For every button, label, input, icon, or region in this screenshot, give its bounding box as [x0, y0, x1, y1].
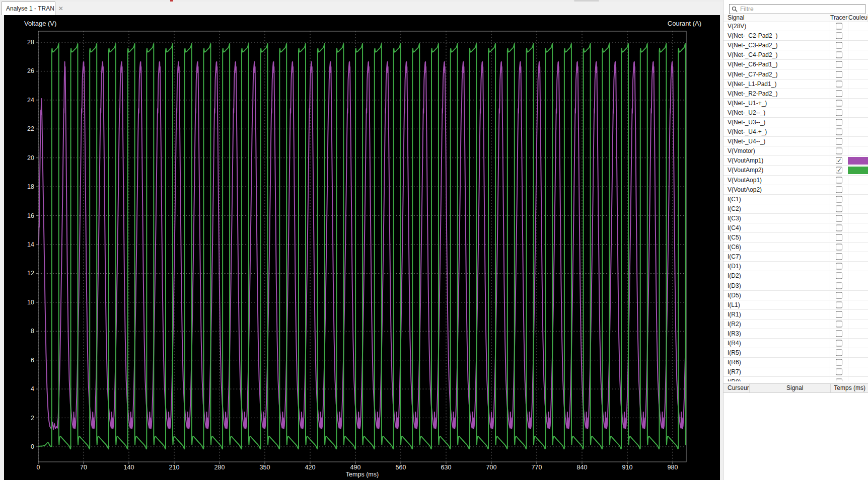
tracer-checkbox[interactable]: [836, 273, 842, 279]
signal-row[interactable]: I(R7): [724, 367, 868, 377]
signal-filter-input[interactable]: [740, 6, 863, 13]
signal-row[interactable]: V(Net-_U4-+_): [724, 127, 868, 137]
tracer-checkbox[interactable]: [836, 138, 842, 145]
tracer-checkbox[interactable]: [836, 129, 842, 135]
signal-row[interactable]: I(C3): [724, 214, 868, 223]
tracer-checkbox[interactable]: [836, 215, 842, 221]
signal-row[interactable]: V(Net-_C2-Pad2_): [724, 31, 868, 41]
cursor-col-curseur[interactable]: Curseur: [728, 384, 749, 392]
signal-row[interactable]: I(C2): [724, 204, 868, 214]
tracer-checkbox[interactable]: [836, 311, 842, 317]
tracer-checkbox[interactable]: [836, 244, 842, 251]
signal-row[interactable]: I(C1): [724, 195, 868, 204]
tracer-checkbox[interactable]: [836, 186, 842, 193]
signal-row[interactable]: V(Net-_C4-Pad2_): [724, 50, 868, 60]
tracer-checkbox[interactable]: [836, 205, 842, 212]
cursor-col-signal[interactable]: Signal: [786, 384, 803, 392]
tracer-checkbox[interactable]: [836, 52, 842, 58]
tracer-checkbox[interactable]: [836, 321, 842, 327]
y-tick-label: 18: [27, 183, 34, 190]
signal-row[interactable]: V(Net-_U4--_): [724, 137, 868, 146]
tracer-checkbox[interactable]: [836, 81, 842, 87]
tab-analyse1-tran[interactable]: Analyse 1 - TRAN ✕: [2, 2, 55, 15]
tracer-checkbox[interactable]: [836, 301, 842, 308]
tracer-checkbox[interactable]: [836, 331, 842, 337]
couleur-cell: [848, 262, 867, 271]
tracer-checkbox[interactable]: [836, 359, 842, 366]
waveform-plot-canvas[interactable]: 0701402102803504204905606307007708409109…: [4, 15, 720, 480]
tracer-checkbox[interactable]: [836, 263, 842, 270]
tracer-checkbox[interactable]: [836, 234, 842, 241]
signal-row[interactable]: V(Net-_U1-+_): [724, 99, 868, 108]
signal-row[interactable]: I(C5): [724, 233, 868, 243]
signal-row[interactable]: I(D1): [724, 262, 868, 271]
cursor-col-time[interactable]: Temps (ms): [834, 384, 865, 392]
signal-row[interactable]: I(D3): [724, 281, 868, 291]
tracer-checkbox[interactable]: ✓: [836, 167, 842, 174]
tracer-checkbox[interactable]: [836, 369, 842, 375]
tracer-checkbox[interactable]: [836, 71, 842, 77]
trace-color-swatch[interactable]: [848, 157, 868, 165]
tracer-cell: [830, 50, 848, 59]
signal-row[interactable]: V(VoutAmp1)✓: [724, 156, 868, 166]
column-header-signal[interactable]: Signal: [724, 14, 830, 22]
tracer-checkbox[interactable]: [836, 292, 842, 298]
couleur-cell: [848, 79, 867, 89]
column-header-tracer[interactable]: Tracer: [830, 14, 848, 22]
trace-color-swatch[interactable]: [848, 167, 868, 174]
tracer-checkbox[interactable]: [836, 282, 842, 289]
signal-row[interactable]: V(Net-_C3-Pad2_): [724, 41, 868, 50]
signal-row[interactable]: V(Net-_U3--_): [724, 118, 868, 127]
signal-row[interactable]: V(Net-_C7-Pad2_): [724, 69, 868, 79]
tracer-cell: [830, 300, 848, 309]
tracer-checkbox[interactable]: [836, 23, 842, 30]
tracer-checkbox[interactable]: ✓: [836, 157, 842, 164]
tracer-checkbox[interactable]: [836, 61, 842, 68]
signal-row[interactable]: I(R6): [724, 358, 868, 367]
tracer-checkbox[interactable]: [836, 100, 842, 106]
signal-filter-box[interactable]: [729, 4, 865, 14]
tracer-checkbox[interactable]: [836, 109, 842, 116]
signal-row[interactable]: I(R3): [724, 329, 868, 339]
signal-name: V(Vmotor): [724, 147, 830, 154]
tracer-checkbox[interactable]: [836, 340, 842, 347]
tracer-checkbox[interactable]: [836, 350, 842, 356]
cursor-table-empty: [724, 393, 868, 480]
tracer-checkbox[interactable]: [836, 119, 842, 125]
signal-row[interactable]: I(R2): [724, 319, 868, 329]
signal-row[interactable]: I(C6): [724, 243, 868, 252]
tracer-checkbox[interactable]: [836, 196, 842, 202]
signal-row[interactable]: V(28V): [724, 22, 868, 31]
signal-row[interactable]: V(VoutAop1): [724, 176, 868, 185]
signal-row[interactable]: I(L1): [724, 300, 868, 310]
tracer-checkbox[interactable]: [836, 33, 842, 39]
signal-row[interactable]: I(R1): [724, 310, 868, 319]
tab-close-icon[interactable]: ✕: [58, 6, 63, 12]
signal-row[interactable]: V(Vmotor): [724, 146, 868, 156]
tracer-checkbox[interactable]: [836, 177, 842, 183]
signal-row[interactable]: V(Net-_U2--_): [724, 108, 868, 118]
column-header-couleur[interactable]: Couleur: [848, 14, 867, 22]
tracer-checkbox[interactable]: [836, 378, 842, 381]
signal-row[interactable]: I(R8): [724, 377, 868, 381]
signal-row[interactable]: I(C7): [724, 252, 868, 262]
signal-row[interactable]: V(VoutAop2): [724, 185, 868, 195]
signal-row[interactable]: I(R4): [724, 339, 868, 348]
signal-name: I(R1): [724, 311, 830, 318]
tracer-checkbox[interactable]: [836, 42, 842, 49]
signal-row[interactable]: I(R5): [724, 348, 868, 358]
signal-row[interactable]: V(Net-_R2-Pad2_): [724, 89, 868, 99]
signal-row[interactable]: I(D5): [724, 291, 868, 300]
couleur-cell: [848, 243, 867, 252]
tracer-checkbox[interactable]: [836, 90, 842, 97]
couleur-cell: [848, 291, 867, 300]
signal-row[interactable]: V(Net-_C6-Pad1_): [724, 60, 868, 69]
tracer-checkbox[interactable]: [836, 148, 842, 154]
tracer-checkbox[interactable]: [836, 225, 842, 231]
signal-row[interactable]: I(D2): [724, 271, 868, 281]
tracer-checkbox[interactable]: [836, 254, 842, 260]
signal-row[interactable]: V(Net-_L1-Pad1_): [724, 79, 868, 89]
signal-row[interactable]: I(C4): [724, 223, 868, 233]
waveform-plot-area[interactable]: 0701402102803504204905606307007708409109…: [4, 15, 720, 480]
signal-row[interactable]: V(VoutAmp2)✓: [724, 166, 868, 175]
